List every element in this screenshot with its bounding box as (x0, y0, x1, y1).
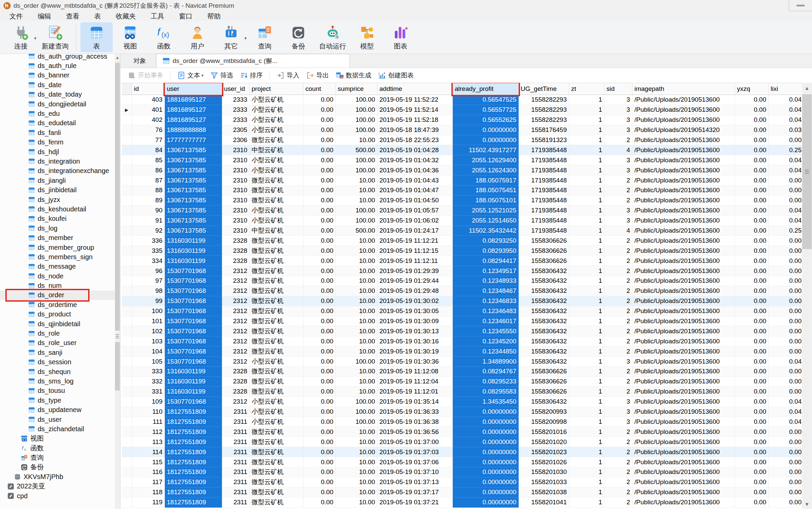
minimize-button[interactable] (789, 0, 812, 11)
cell-sid[interactable]: 3 (604, 407, 632, 417)
cell-count[interactable]: 0.00 (303, 326, 336, 336)
sidebar-item-category-4[interactable]: 备份 (0, 463, 115, 472)
cell-count[interactable]: 0.00 (303, 246, 336, 256)
sidebar-item-ds-koufei[interactable]: ds_koufei (0, 214, 115, 224)
cell-id[interactable]: 85 (132, 155, 165, 165)
cell-count[interactable]: 0.00 (303, 256, 336, 266)
cell-yxzq[interactable]: 0.00 (735, 276, 769, 286)
row-marker[interactable] (122, 407, 132, 417)
cell-lixi[interactable]: 0.00 (769, 246, 804, 256)
cell-id[interactable]: 113 (132, 437, 165, 447)
cell-count[interactable]: 0.00 (303, 185, 336, 196)
cell-project[interactable]: 小型云矿机 (250, 397, 303, 407)
cell-sumprice[interactable]: 100.00 (336, 115, 377, 125)
scroll-down-icon[interactable]: ▼ (802, 499, 812, 509)
cell-sid[interactable]: 2 (604, 346, 632, 357)
cell-yxzq[interactable]: 0.00 (735, 226, 769, 236)
cell-lixi[interactable]: 0.00 (769, 326, 804, 336)
cell-imagepath[interactable]: /Public/Uploads/20190513600 (632, 346, 735, 357)
cell-imagepath[interactable]: /Public/Uploads/20190513600 (632, 246, 735, 256)
cell-zt[interactable]: 1 (569, 407, 604, 417)
menu-item-5[interactable]: 收藏夹 (108, 11, 143, 21)
cell-zt[interactable]: 1 (569, 447, 604, 457)
cell-id[interactable]: 104 (132, 346, 165, 357)
cell-zt[interactable]: 1 (569, 457, 604, 467)
cell-yxzq[interactable]: 0.00 (735, 407, 769, 417)
sidebar-item-ds-qjinbidetail[interactable]: ds_qjinbidetail (0, 319, 115, 329)
cell-user[interactable]: 13067137585 (165, 145, 222, 155)
sidebar-item-connection-2[interactable]: cpd (0, 491, 115, 501)
cell-UG_getTime[interactable]: 1558282293 (519, 105, 569, 115)
cell-user[interactable]: 13160301199 (165, 367, 222, 377)
cell-sid[interactable]: 2 (604, 276, 632, 286)
cell-zt[interactable]: 1 (569, 357, 604, 367)
cell-lixi[interactable]: 0.00 (769, 387, 804, 397)
cell-user[interactable]: 13160301199 (165, 246, 222, 256)
cell-count[interactable]: 0.00 (303, 236, 336, 246)
sidebar-item-ds-edu[interactable]: ds_edu (0, 109, 115, 118)
cell-user_id[interactable]: 2328 (222, 236, 250, 246)
cell-count[interactable]: 0.00 (303, 367, 336, 377)
sidebar-item-ds-jyzx[interactable]: ds_jyzx (0, 195, 115, 204)
cell-count[interactable]: 0.00 (303, 125, 336, 135)
cell-count[interactable]: 0.00 (303, 226, 336, 236)
row-marker[interactable] (122, 487, 132, 498)
tab-objects[interactable]: 对象 (124, 54, 156, 68)
cell-imagepath[interactable]: /Public/Uploads/20190513600 (632, 236, 735, 246)
cell-sumprice[interactable]: 100.00 (336, 216, 377, 226)
cell-count[interactable]: 0.00 (303, 437, 336, 447)
cell-already_profit[interactable]: 0.08294417 (453, 256, 519, 266)
grid-toolbar-funnel-button[interactable]: 筛选 (208, 70, 236, 81)
cell-user[interactable]: 18127551809 (165, 407, 222, 417)
sidebar-item-ds-shequn[interactable]: ds_shequn (0, 367, 115, 376)
cell-id[interactable]: 110 (132, 407, 165, 417)
cell-lixi[interactable]: 0.03 (769, 125, 804, 135)
cell-user[interactable]: 13067137585 (165, 216, 222, 226)
cell-addtime[interactable]: 2019-05-19 01:30:02 (377, 296, 453, 306)
grid-scroll-thumb[interactable] (802, 94, 812, 249)
cell-user[interactable]: 13160301199 (165, 236, 222, 246)
row-marker[interactable] (122, 165, 132, 175)
cell-user[interactable]: 15307701968 (165, 326, 222, 336)
cell-zt[interactable]: 1 (569, 367, 604, 377)
cell-id[interactable]: 100 (132, 306, 165, 316)
cell-lixi[interactable]: 0.04 (769, 105, 804, 115)
cell-zt[interactable]: 1 (569, 246, 604, 256)
cell-lixi[interactable]: 0.00 (769, 437, 804, 447)
cell-user_id[interactable]: 2310 (222, 226, 250, 236)
cell-yxzq[interactable]: 0.00 (735, 236, 769, 246)
cell-id[interactable]: 117 (132, 477, 165, 487)
sidebar-item-ds-sanji[interactable]: ds_sanji (0, 348, 115, 357)
cell-project[interactable]: 微型云矿机 (250, 346, 303, 357)
sidebar-item-ds-jiangli[interactable]: ds_jiangli (0, 176, 115, 185)
cell-yxzq[interactable]: 0.00 (735, 246, 769, 256)
cell-zt[interactable]: 1 (569, 306, 604, 316)
cell-count[interactable]: 0.00 (303, 276, 336, 286)
cell-project[interactable]: 微型云矿机 (250, 498, 303, 508)
cell-zt[interactable]: 1 (569, 498, 604, 508)
cell-sid[interactable]: 2 (604, 387, 632, 397)
cell-already_profit[interactable]: 0.00000000 (453, 427, 519, 437)
sidebar-item-ds-message[interactable]: ds_message (0, 262, 115, 271)
cell-already_profit[interactable]: 0.00000000 (453, 477, 519, 487)
cell-user[interactable]: 18888888888 (165, 125, 222, 135)
cell-UG_getTime[interactable]: 1719385448 (519, 226, 569, 236)
cell-addtime[interactable]: 2019-05-19 01:24:17 (377, 226, 453, 236)
cell-user_id[interactable]: 2311 (222, 487, 250, 498)
cell-UG_getTime[interactable]: 1558201030 (519, 467, 569, 477)
cell-sumprice[interactable]: 10.00 (336, 387, 377, 397)
row-marker[interactable] (122, 326, 132, 336)
cell-addtime[interactable]: 2019-05-19 01:29:44 (377, 276, 453, 286)
cell-user_id[interactable]: 2312 (222, 276, 250, 286)
row-marker[interactable] (122, 196, 132, 206)
cell-user[interactable]: 15307701968 (165, 296, 222, 306)
cell-already_profit[interactable]: 0.12349517 (453, 266, 519, 276)
cell-id[interactable]: 119 (132, 498, 165, 508)
toolbar-button-other[interactable]: 其它▾ (215, 22, 247, 52)
cell-imagepath[interactable]: /Public/Uploads/20190513600 (632, 477, 735, 487)
cell-yxzq[interactable]: 0.00 (735, 316, 769, 327)
row-marker[interactable] (122, 236, 132, 246)
cell-addtime[interactable]: 2019-05-19 11:12:01 (377, 387, 453, 397)
row-marker[interactable] (122, 336, 132, 346)
cell-imagepath[interactable]: /Public/Uploads/20190513600 (632, 115, 735, 125)
